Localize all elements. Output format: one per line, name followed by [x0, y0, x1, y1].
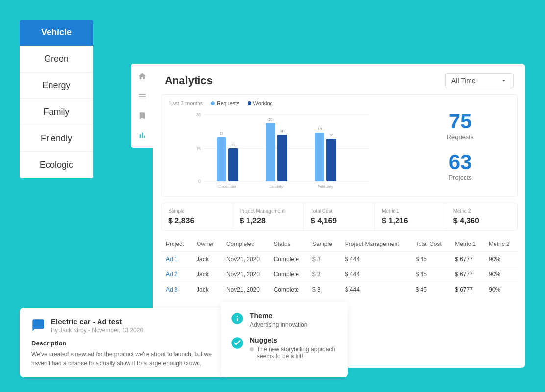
- theme-icon: [230, 312, 244, 325]
- svg-text:15: 15: [196, 147, 201, 151]
- svg-text:12: 12: [231, 143, 236, 147]
- svg-text:18: 18: [280, 129, 285, 133]
- metric-total-value: $ 4,169: [311, 217, 368, 225]
- cell-pm: $ 444: [340, 282, 411, 296]
- svg-text:19: 19: [318, 127, 322, 131]
- metric-sample-name: Sample: [168, 208, 225, 214]
- cell-status: Complete: [269, 282, 307, 296]
- col-sample: Sample: [307, 237, 340, 252]
- cell-project[interactable]: Ad 2: [161, 267, 192, 282]
- cell-owner: Jack: [192, 282, 222, 296]
- cell-m2: 90%: [484, 267, 518, 282]
- nav-home[interactable]: [133, 68, 151, 85]
- table-row: Ad 3 Jack Nov21, 2020 Complete $ 3 $ 444…: [161, 282, 518, 296]
- metric-m2-value: $ 4,360: [453, 217, 510, 225]
- time-filter-value: All Time: [451, 77, 476, 85]
- icon-navigation: [131, 64, 153, 148]
- col-m2: Metric 2: [484, 237, 518, 252]
- stat-projects: 63 Projects: [449, 150, 472, 181]
- theme-block: Theme Advertising innovation: [230, 312, 338, 328]
- svg-rect-8: [228, 148, 238, 181]
- sidebar-item-ecologic[interactable]: Ecologic: [20, 152, 93, 178]
- stat-projects-label: Projects: [449, 174, 472, 181]
- svg-rect-11: [266, 123, 275, 181]
- col-m1: Metric 1: [450, 237, 484, 252]
- data-table-wrapper: Project Owner Completed Status Sample Pr…: [161, 237, 518, 295]
- cell-sample: $ 3: [307, 282, 340, 296]
- svg-rect-16: [315, 133, 324, 181]
- metric-pm: Project Management $ 1,228: [232, 203, 303, 230]
- metric-m1: Metric 1 $ 1,216: [375, 203, 446, 230]
- legend-label-requests: Requests: [217, 100, 239, 106]
- cell-status: Complete: [269, 252, 307, 267]
- cell-project[interactable]: Ad 1: [161, 252, 192, 267]
- nav-list[interactable]: [133, 87, 151, 105]
- legend-requests: Requests: [211, 100, 239, 106]
- nuggets-label: Nuggets: [250, 336, 338, 344]
- analytics-header: Analytics All Time: [153, 64, 525, 94]
- cell-completed: Nov21, 2020: [222, 282, 269, 296]
- metric-m1-value: $ 1,216: [382, 217, 439, 225]
- svg-rect-13: [277, 135, 287, 181]
- sidebar-item-green[interactable]: Green: [20, 46, 93, 73]
- metric-sample-value: $ 2,836: [168, 217, 225, 225]
- svg-rect-6: [217, 137, 226, 181]
- cell-project[interactable]: Ad 3: [161, 282, 192, 296]
- cell-pm: $ 444: [340, 252, 411, 267]
- cell-pm: $ 444: [340, 267, 411, 282]
- col-status: Status: [269, 237, 307, 252]
- card-description-text: We've created a new ad for the product w…: [31, 350, 214, 368]
- col-pm: Project Management: [340, 237, 411, 252]
- cell-status: Complete: [269, 267, 307, 282]
- analytics-title: Analytics: [165, 74, 213, 87]
- bottom-card: Electric car - Ad test By Jack Kirby - N…: [20, 308, 225, 377]
- sidebar-item-friendly[interactable]: Friendly: [20, 125, 93, 152]
- svg-text:February: February: [318, 184, 333, 189]
- nav-chart[interactable]: [133, 126, 151, 144]
- svg-text:January: January: [270, 184, 283, 189]
- metric-pm-name: Project Management: [239, 208, 296, 214]
- bottom-card-header: Electric car - Ad test By Jack Kirby - N…: [31, 318, 214, 334]
- stat-projects-value: 63: [449, 150, 472, 174]
- metric-total-name: Total Cost: [311, 208, 368, 214]
- nugget-dot: [250, 347, 254, 351]
- cell-sample: $ 3: [307, 252, 340, 267]
- metric-m2: Metric 2 $ 4,360: [446, 203, 517, 230]
- legend-working: Working: [248, 100, 273, 106]
- cell-m1: $ 6777: [450, 267, 484, 282]
- sidebar-item-family[interactable]: Family: [20, 99, 93, 125]
- metric-total-cost: Total Cost $ 4,169: [304, 203, 375, 230]
- card-description-label: Description: [31, 340, 214, 347]
- metric-m2-name: Metric 2: [453, 208, 510, 214]
- theme-content: Theme Advertising innovation: [250, 312, 307, 328]
- cell-total: $ 45: [411, 282, 450, 296]
- sidebar: Vehicle Green Energy Family Friendly Eco…: [20, 20, 93, 178]
- bar-chart: 30 15 0 17 12 December 23: [169, 110, 401, 189]
- svg-text:30: 30: [196, 112, 201, 117]
- sidebar-item-energy[interactable]: Energy: [20, 73, 93, 99]
- col-owner: Owner: [192, 237, 222, 252]
- nuggets-block: Nuggets The new storytelling approach se…: [230, 336, 338, 360]
- metric-sample: Sample $ 2,836: [161, 203, 232, 230]
- svg-text:17: 17: [220, 131, 224, 136]
- sidebar-item-vehicle[interactable]: Vehicle: [20, 20, 93, 46]
- cell-sample: $ 3: [307, 267, 340, 282]
- table-header-row: Project Owner Completed Status Sample Pr…: [161, 237, 518, 252]
- svg-text:16: 16: [329, 133, 334, 137]
- col-completed: Completed: [222, 237, 269, 252]
- svg-text:0: 0: [198, 179, 201, 184]
- cell-owner: Jack: [192, 267, 222, 282]
- chat-icon: [31, 318, 45, 332]
- nav-bookmark[interactable]: [133, 107, 151, 124]
- time-filter-dropdown[interactable]: All Time: [445, 74, 514, 88]
- card-info: Electric car - Ad test By Jack Kirby - N…: [51, 318, 143, 334]
- chart-stats: 75 Requests 63 Projects: [411, 100, 509, 191]
- cell-completed: Nov21, 2020: [222, 267, 269, 282]
- cell-m2: 90%: [484, 282, 518, 296]
- cell-owner: Jack: [192, 252, 222, 267]
- cell-total: $ 45: [411, 267, 450, 282]
- cell-m1: $ 6777: [450, 252, 484, 267]
- nuggets-icon: [230, 336, 244, 350]
- legend-dot-working: [248, 101, 251, 105]
- data-table: Project Owner Completed Status Sample Pr…: [161, 237, 518, 295]
